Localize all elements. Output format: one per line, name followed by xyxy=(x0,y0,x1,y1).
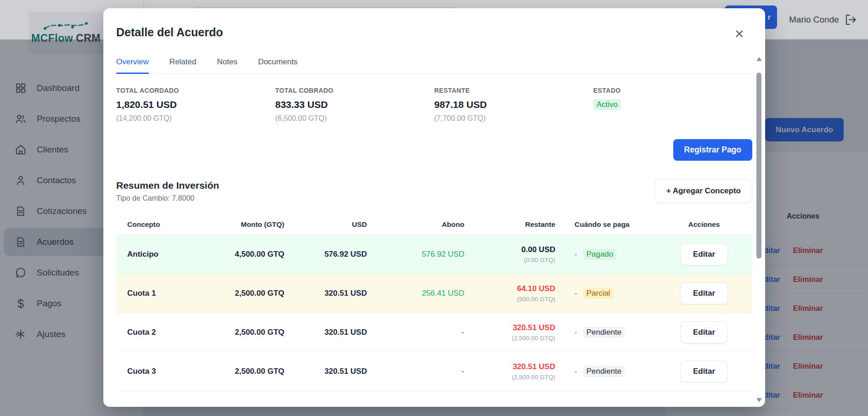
stat-total-acordado: TOTAL ACORDADO 1,820.51 USD (14,200.00 G… xyxy=(116,87,275,123)
col-header-cuando: Cuándo se paga xyxy=(562,220,656,229)
col-header-acciones: Acciones xyxy=(656,220,752,229)
stat-subvalue: (6,500.00 GTQ) xyxy=(275,114,434,123)
restante-usd: 320.51 USD xyxy=(471,323,555,332)
col-header-abono: Abono xyxy=(373,220,471,229)
cell-usd: 320.51 USD xyxy=(291,328,373,337)
col-header-concepto: Concepto xyxy=(116,220,203,229)
tab-related[interactable]: Related xyxy=(169,57,197,73)
col-header-monto: Monto (GTQ) xyxy=(203,220,291,229)
cell-usd: 576.92 USD xyxy=(291,250,373,259)
cell-abono: - xyxy=(373,328,471,337)
investment-section-header: Resumen de Inversión Tipo de Cambio: 7.8… xyxy=(116,179,752,203)
restante-gtq: (0.00 GTQ) xyxy=(471,257,555,264)
status-badge: Pendiente xyxy=(583,327,625,338)
modal-tabs: Overview Related Notes Documents xyxy=(116,57,752,74)
date-dash: - xyxy=(575,250,577,259)
exchange-rate: Tipo de Cambio: 7.8000 xyxy=(116,194,219,202)
tab-overview[interactable]: Overview xyxy=(116,57,149,73)
modal-title: Detalle del Acuerdo xyxy=(116,8,752,39)
cell-acciones: Editar xyxy=(656,282,752,304)
cell-concepto: Anticipo xyxy=(116,250,203,259)
stat-value: 833.33 USD xyxy=(275,99,434,110)
edit-button[interactable]: Editar xyxy=(680,282,728,304)
section-title: Resumen de Inversión xyxy=(116,180,219,191)
stat-subvalue: (14,200.00 GTQ) xyxy=(116,114,275,123)
investment-table: Concepto Monto (GTQ) USD Abono Restante … xyxy=(116,214,752,391)
col-header-usd: USD xyxy=(291,220,373,229)
cell-monto: 2,500.00 GTQ xyxy=(203,367,291,376)
cell-abono: 576.92 USD xyxy=(373,250,471,259)
cell-usd: 320.51 USD xyxy=(291,289,373,298)
date-dash: - xyxy=(575,367,577,376)
stat-subvalue: (7,700.00 GTQ) xyxy=(434,114,593,123)
add-concept-button[interactable]: + Agregar Concepto xyxy=(655,179,752,203)
tab-notes[interactable]: Notes xyxy=(217,57,237,73)
cell-concepto: Cuota 2 xyxy=(116,328,203,337)
cell-concepto: Cuota 1 xyxy=(116,289,203,298)
stat-total-cobrado: TOTAL COBRADO 833.33 USD (6,500.00 GTQ) xyxy=(275,87,434,123)
cell-monto: 4,500.00 GTQ xyxy=(203,250,291,259)
edit-button[interactable]: Editar xyxy=(680,360,728,382)
restante-gtq: (2,500.00 GTQ) xyxy=(471,374,555,381)
stat-restante: RESTANTE 987.18 USD (7,700.00 GTQ) xyxy=(434,87,593,123)
status-badge: Pendiente xyxy=(583,366,625,377)
scroll-down-arrow-icon[interactable] xyxy=(756,398,762,402)
cell-restante: 320.51 USD (2,500.00 GTQ) xyxy=(471,362,562,381)
register-payment-button[interactable]: Registrar Pago xyxy=(673,139,752,161)
cell-monto: 2,500.00 GTQ xyxy=(203,289,291,298)
status-badge: Parcial xyxy=(583,288,614,299)
scrollbar-thumb[interactable] xyxy=(756,73,761,259)
table-header-row: Concepto Monto (GTQ) USD Abono Restante … xyxy=(116,214,752,235)
edit-button[interactable]: Editar xyxy=(680,321,728,343)
table-row-cuota-3: Cuota 3 2,500.00 GTQ 320.51 USD - 320.51… xyxy=(116,352,752,391)
status-badge: Activo xyxy=(593,99,621,110)
stat-label: ESTADO xyxy=(593,87,752,94)
status-badge: Pagado xyxy=(583,249,617,260)
date-dash: - xyxy=(575,328,577,337)
table-row-anticipo: Anticipo 4,500.00 GTQ 576.92 USD 576.92 … xyxy=(116,235,752,274)
cell-acciones: Editar xyxy=(656,321,752,343)
stat-value: 987.18 USD xyxy=(434,99,593,110)
cell-restante: 320.51 USD (2,500.00 GTQ) xyxy=(471,323,562,342)
tab-documents[interactable]: Documents xyxy=(258,57,298,73)
table-row-cuota-1: Cuota 1 2,500.00 GTQ 320.51 USD 256.41 U… xyxy=(116,274,752,313)
cell-cuando: - Parcial xyxy=(562,288,656,299)
restante-gtq: (500.00 GTQ) xyxy=(471,296,555,303)
restante-usd: 0.00 USD xyxy=(471,245,555,254)
summary-stats: TOTAL ACORDADO 1,820.51 USD (14,200.00 G… xyxy=(116,87,752,123)
agreement-detail-modal: Detalle del Acuerdo ✕ Overview Related N… xyxy=(103,8,765,407)
restante-usd: 320.51 USD xyxy=(471,362,555,371)
table-row-cuota-2: Cuota 2 2,500.00 GTQ 320.51 USD - 320.51… xyxy=(116,313,752,352)
col-header-restante: Restante xyxy=(471,220,562,229)
cell-abono: 256.41 USD xyxy=(373,289,471,298)
modal-scrollbar[interactable] xyxy=(756,56,762,403)
cell-acciones: Editar xyxy=(656,360,752,382)
date-dash: - xyxy=(575,289,577,298)
cell-concepto: Cuota 3 xyxy=(116,367,203,376)
edit-button[interactable]: Editar xyxy=(680,243,728,265)
payment-row: Registrar Pago xyxy=(116,139,752,161)
stat-label: TOTAL COBRADO xyxy=(275,87,434,94)
cell-abono: - xyxy=(373,367,471,376)
cell-restante: 0.00 USD (0.00 GTQ) xyxy=(471,245,562,264)
stat-label: RESTANTE xyxy=(434,87,593,94)
cell-usd: 320.51 USD xyxy=(291,367,373,376)
cell-monto: 2,500.00 GTQ xyxy=(203,328,291,337)
restante-usd: 64.10 USD xyxy=(471,284,555,293)
close-icon[interactable]: ✕ xyxy=(732,27,747,41)
stat-estado: ESTADO Activo xyxy=(593,87,752,123)
cell-acciones: Editar xyxy=(656,243,752,265)
cell-restante: 64.10 USD (500.00 GTQ) xyxy=(471,284,562,303)
scroll-up-arrow-icon[interactable] xyxy=(756,57,762,61)
cell-cuando: - Pendiente xyxy=(562,366,656,377)
restante-gtq: (2,500.00 GTQ) xyxy=(471,335,555,342)
cell-cuando: - Pendiente xyxy=(562,327,656,338)
stat-label: TOTAL ACORDADO xyxy=(116,87,275,94)
stat-value: 1,820.51 USD xyxy=(116,99,275,110)
cell-cuando: - Pagado xyxy=(562,249,656,260)
